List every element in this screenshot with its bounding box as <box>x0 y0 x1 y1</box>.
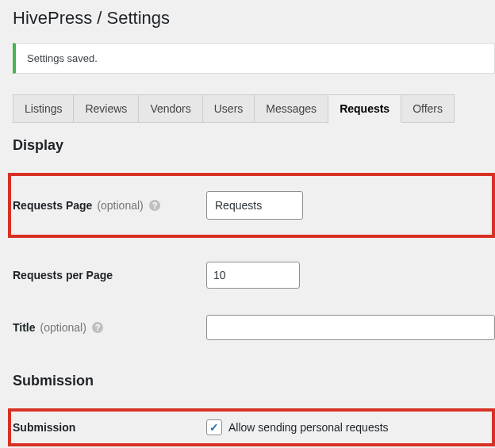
optional-hint: (optional) <box>97 199 143 212</box>
select-requests-page[interactable]: Requests <box>206 191 303 220</box>
checkbox-allow-personal[interactable]: Allow sending personal requests <box>206 419 490 435</box>
highlight-requests-page: Requests Page (optional) ? Requests <box>8 173 495 238</box>
help-icon[interactable]: ? <box>91 321 104 334</box>
page-name: Settings <box>107 8 171 28</box>
optional-hint: (optional) <box>40 321 86 334</box>
section-display-title: Display <box>13 137 495 154</box>
svg-text:?: ? <box>152 201 157 210</box>
input-title[interactable] <box>206 315 495 340</box>
tab-offers[interactable]: Offers <box>401 94 455 123</box>
label-per-page: Requests per Page <box>13 269 206 281</box>
settings-tabs: Listings Reviews Vendors Users Messages … <box>13 94 495 123</box>
label-requests-page: Requests Page (optional) ? <box>13 199 206 212</box>
notice-message: Settings saved. <box>27 52 98 64</box>
tab-vendors[interactable]: Vendors <box>139 94 202 123</box>
checkbox-label: Allow sending personal requests <box>228 421 389 434</box>
help-icon[interactable]: ? <box>148 199 161 212</box>
page-title: HivePress / Settings <box>13 8 495 29</box>
title-separator: / <box>92 8 106 28</box>
control-requests-page: Requests <box>206 191 490 220</box>
row-submission: Submission Allow sending personal reques… <box>13 419 490 435</box>
row-requests-page: Requests Page (optional) ? Requests <box>13 179 490 232</box>
row-per-page: Requests per Page <box>13 249 495 301</box>
label-submission: Submission <box>13 421 206 434</box>
success-notice: Settings saved. <box>13 43 495 74</box>
checkbox-icon <box>206 419 222 435</box>
tab-users[interactable]: Users <box>203 94 255 123</box>
control-per-page <box>206 262 495 289</box>
tab-requests[interactable]: Requests <box>328 94 401 123</box>
control-title <box>206 315 495 340</box>
svg-text:?: ? <box>95 323 101 332</box>
tab-messages[interactable]: Messages <box>255 94 328 123</box>
highlight-submission: Submission Allow sending personal reques… <box>8 408 495 446</box>
label-title: Title (optional) ? <box>13 321 206 334</box>
section-submission-title: Submission <box>13 373 495 389</box>
tab-listings[interactable]: Listings <box>13 94 74 123</box>
row-title: Title (optional) ? <box>13 301 495 354</box>
tab-reviews[interactable]: Reviews <box>74 94 139 123</box>
control-submission: Allow sending personal requests <box>206 419 490 435</box>
plugin-name: HivePress <box>13 8 92 28</box>
input-per-page[interactable] <box>206 262 300 289</box>
